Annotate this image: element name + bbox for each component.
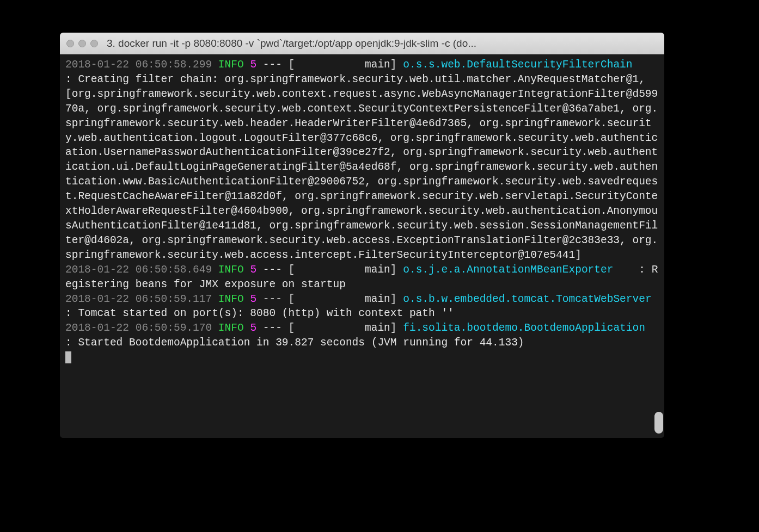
window-title: 3. docker run -it -p 8080:8080 -v `pwd`/… <box>107 38 658 50</box>
log-level: INFO <box>212 322 244 334</box>
log-timestamp: 2018-01-22 06:50:58.649 <box>65 264 212 276</box>
minimize-button[interactable] <box>78 40 86 47</box>
log-message: Tomcat started on port(s): 8080 (http) w… <box>78 307 454 319</box>
terminal-window: 3. docker run -it -p 8080:8080 -v `pwd`/… <box>60 33 664 438</box>
titlebar[interactable]: 3. docker run -it -p 8080:8080 -v `pwd`/… <box>60 33 664 54</box>
log-sep: --- [ <box>256 322 365 334</box>
log-logger: o.s.j.e.a.AnnotationMBeanExporter <box>403 264 613 276</box>
terminal-cursor <box>65 351 71 363</box>
traffic-lights <box>66 40 98 47</box>
log-thread: main <box>365 322 390 334</box>
log-timestamp: 2018-01-22 06:50:58.299 <box>65 59 212 71</box>
log-pid: 5 <box>250 264 256 276</box>
log-sep: --- [ <box>256 293 365 305</box>
log-level: INFO <box>212 293 244 305</box>
log-level: INFO <box>212 59 244 71</box>
log-logger: fi.solita.bootdemo.BootdemoApplication <box>403 322 645 334</box>
log-message: Creating filter chain: org.springframewo… <box>65 73 658 261</box>
log-pid: 5 <box>250 293 256 305</box>
log-sep: --- [ <box>256 264 365 276</box>
log-pid: 5 <box>250 59 256 71</box>
close-button[interactable] <box>66 40 74 47</box>
scrollbar-thumb[interactable] <box>654 412 663 434</box>
log-level: INFO <box>212 264 244 276</box>
terminal-content[interactable]: 2018-01-22 06:50:58.299 INFO 5 --- [ mai… <box>60 54 664 438</box>
log-thread: main <box>365 264 390 276</box>
log-thread: main <box>365 59 390 71</box>
log-timestamp: 2018-01-22 06:50:59.117 <box>65 293 212 305</box>
log-sep: --- [ <box>256 59 365 71</box>
log-thread: main <box>365 293 390 305</box>
log-pid: 5 <box>250 322 256 334</box>
zoom-button[interactable] <box>90 40 98 47</box>
log-logger: o.s.b.w.embedded.tomcat.TomcatWebServer <box>403 293 651 305</box>
log-message: Started BootdemoApplication in 39.827 se… <box>78 337 524 349</box>
log-timestamp: 2018-01-22 06:50:59.170 <box>65 322 212 334</box>
log-logger: o.s.s.web.DefaultSecurityFilterChain <box>403 59 632 71</box>
